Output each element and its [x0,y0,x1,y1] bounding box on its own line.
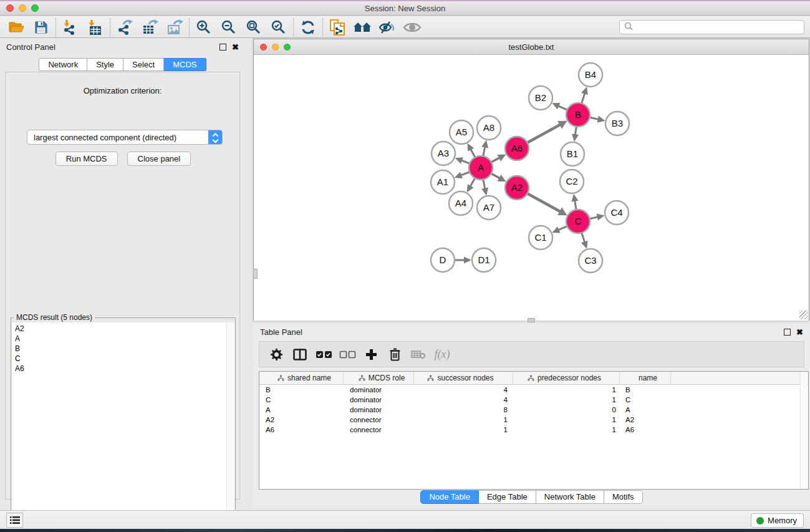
graph-node-B4[interactable]: B4 [579,63,602,87]
graph-node-D1[interactable]: D1 [472,248,496,272]
export-network-icon[interactable] [112,17,137,37]
divider-grip-horizontal[interactable] [528,318,535,322]
select-all-icon[interactable] [312,343,335,365]
graph-edge-A6-B[interactable] [526,124,561,143]
table-scrollbar[interactable] [800,372,808,490]
table-cell[interactable]: dominator [344,405,414,415]
tab-mcds[interactable]: MCDS [164,58,206,71]
table-row[interactable]: Cdominator41C [259,395,808,405]
search-input[interactable] [635,23,804,32]
table-cell[interactable]: A [620,405,671,415]
export-table-icon[interactable] [137,17,162,37]
mcds-result-item[interactable]: A2 [15,324,227,334]
close-table-panel-icon[interactable]: ✖ [796,329,803,336]
graph-node-B[interactable]: B [566,103,590,127]
column-header-predecessor-nodes[interactable]: predecessor nodes [513,372,620,384]
table-cell[interactable]: 1 [513,395,620,405]
graph-node-A5[interactable]: A5 [450,120,473,144]
mcds-result-item[interactable]: B [15,344,227,354]
tab-network-table[interactable]: Network Table [536,490,604,504]
search-field[interactable] [619,20,804,34]
graph-node-A2[interactable]: A2 [505,176,529,200]
graph-node-A4[interactable]: A4 [449,191,473,215]
graph-node-A[interactable]: A [469,156,493,180]
tab-motifs[interactable]: Motifs [604,490,643,504]
result-scrollbar[interactable] [226,322,234,527]
export-image-icon[interactable] [162,17,187,37]
open-file-icon[interactable] [4,17,29,37]
table-cell[interactable]: connector [344,425,414,435]
table-cell[interactable]: 4 [414,385,513,395]
table-cell[interactable]: C [620,395,671,405]
table-cell[interactable]: 1 [513,425,620,435]
table-cell[interactable]: 1 [513,415,620,425]
table-cell[interactable]: A6 [620,425,671,435]
add-column-icon[interactable] [359,343,383,365]
column-header-successor-nodes[interactable]: successor nodes [414,372,513,384]
table-row[interactable]: A6connector11A6 [259,425,808,435]
table-cell[interactable]: 0 [513,405,620,415]
table-row[interactable]: Bdominator41B [259,385,808,395]
refresh-icon[interactable] [296,17,321,37]
graph-node-A3[interactable]: A3 [432,142,455,165]
new-network-from-selection-icon[interactable] [325,17,350,37]
show-task-history-button[interactable] [6,513,23,528]
memory-button[interactable]: Memory [751,513,804,528]
table-cell[interactable]: A6 [259,425,344,435]
graph-node-B1[interactable]: B1 [561,142,584,166]
table-cell[interactable]: connector [344,415,414,425]
table-cell[interactable]: dominator [344,385,414,395]
graph-node-C3[interactable]: C3 [579,249,602,273]
tab-network[interactable]: Network [39,58,87,71]
table-cell[interactable]: A2 [259,415,344,425]
network-canvas[interactable]: B4B2BB3A8A5A6A3B1AA1C2A2A4A7C4CC1C3DD1 [254,56,809,321]
zoom-fit-icon[interactable] [241,17,266,37]
run-mcds-button[interactable]: Run MCDS [55,152,118,166]
float-table-panel-icon[interactable] [784,329,791,336]
mcds-result-list[interactable]: A2ABCA6 [12,322,227,527]
float-panel-icon[interactable] [219,44,226,51]
graph-node-C2[interactable]: C2 [560,170,584,193]
graph-node-C1[interactable]: C1 [529,226,552,249]
graph-node-A7[interactable]: A7 [477,196,501,220]
table-cell[interactable]: 1 [513,385,620,395]
table-settings-gear-icon[interactable] [264,343,288,365]
graph-node-C[interactable]: C [566,210,590,233]
close-panel-button[interactable]: Close panel [127,152,191,166]
import-network-icon[interactable] [58,17,83,37]
zoom-selected-icon[interactable] [266,17,291,37]
table-cell[interactable]: 4 [414,395,513,405]
table-cell[interactable]: C [259,395,344,405]
hide-graphics-details-icon[interactable] [375,17,400,37]
zoom-out-icon[interactable] [216,17,241,37]
table-cell[interactable]: B [620,385,671,395]
graph-node-A1[interactable]: A1 [431,170,455,194]
mcds-result-item[interactable]: A [15,334,227,344]
table-cell[interactable]: dominator [344,395,414,405]
graph-node-B2[interactable]: B2 [529,86,552,110]
table-cell[interactable]: A2 [620,415,671,425]
graph-node-A8[interactable]: A8 [477,116,501,140]
graph-node-C4[interactable]: C4 [605,201,629,225]
graph-node-A6[interactable]: A6 [505,137,529,160]
table-cell[interactable]: 1 [414,415,513,425]
graph-node-B3[interactable]: B3 [605,112,629,135]
resize-handle[interactable] [799,311,808,319]
zoom-in-icon[interactable] [191,17,216,37]
delete-column-trash-icon[interactable] [383,343,407,365]
column-header-mcds-role[interactable]: MCDS role [344,372,414,384]
column-header-shared-name[interactable]: shared name [259,372,344,384]
table-cell[interactable]: B [259,385,344,395]
home-icon[interactable] [350,17,375,37]
tab-edge-table[interactable]: Edge Table [479,490,536,504]
table-cell[interactable]: 8 [414,405,513,415]
column-view-icon[interactable] [288,343,312,365]
table-row[interactable]: Adominator80A [259,405,808,415]
column-header-name[interactable]: name [620,372,671,384]
optimization-criterion-select[interactable]: largest connected component (directed) [27,130,223,145]
tab-style[interactable]: Style [87,58,123,71]
mcds-result-item[interactable]: A6 [15,364,227,374]
table-cell[interactable]: A [259,405,344,415]
table-cell[interactable]: 1 [414,425,513,435]
graph-edge-A2-C[interactable] [526,193,561,212]
